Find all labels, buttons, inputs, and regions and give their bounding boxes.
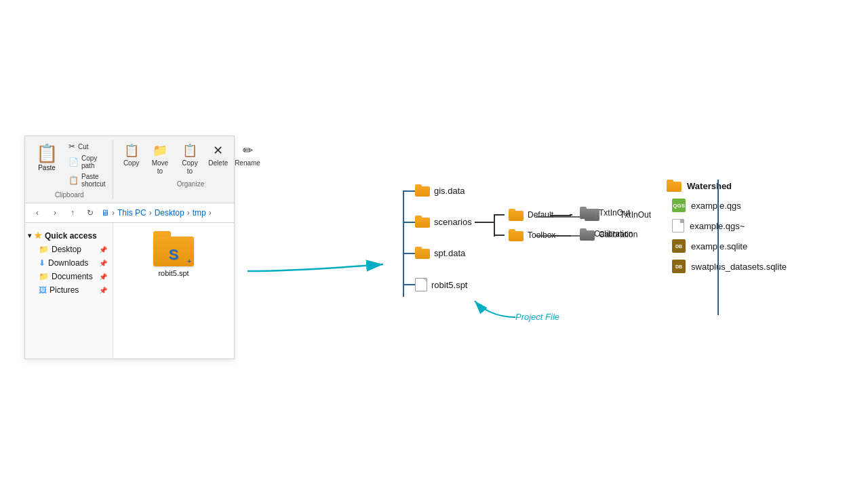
copy-path-button[interactable]: 📄 Copy path bbox=[66, 153, 108, 171]
spt-data-folder[interactable]: spt.data bbox=[393, 247, 465, 259]
gis-data-folder[interactable]: gis.data bbox=[393, 184, 465, 197]
desktop-label: Desktop bbox=[52, 245, 81, 254]
rename-button[interactable]: ✏ Rename bbox=[233, 140, 263, 170]
breadcrumb-desktop[interactable]: Desktop bbox=[155, 208, 184, 218]
spt-data-folder-icon bbox=[415, 247, 430, 259]
copy-to-button[interactable]: 📋 Copy to bbox=[176, 140, 204, 178]
h-connector-spt bbox=[403, 253, 416, 254]
swatplus-sqlite-icon: DB bbox=[672, 260, 686, 273]
pin-icon-dl: 📌 bbox=[99, 260, 107, 267]
toolbar: 📋 Paste ✂ Cut 📄 Copy path 📋 Paste shortc… bbox=[25, 136, 234, 203]
example-qgs-item[interactable]: QGS example.qgs bbox=[667, 199, 787, 212]
txtinout-h-line bbox=[570, 214, 572, 216]
sidebar-item-pictures[interactable]: 🖼 Pictures 📌 bbox=[25, 283, 113, 297]
right-panel: Watershed QGS example.qgs example.qgs~ D… bbox=[667, 180, 787, 280]
copy-path-icon: 📄 bbox=[68, 157, 79, 167]
qgs-icon: QGS bbox=[672, 199, 686, 212]
sidebar-item-documents[interactable]: 📁 Documents 📌 bbox=[25, 270, 113, 283]
sidebar: ▾ ★ Quick access 📁 Desktop 📌 ⬇ Downloads… bbox=[25, 223, 113, 359]
quick-access-header[interactable]: ▾ ★ Quick access bbox=[25, 228, 113, 243]
paste-icon: 📋 bbox=[36, 143, 58, 164]
downloads-icon: ⬇ bbox=[39, 258, 45, 268]
example-sqlite-item[interactable]: DB example.sqlite bbox=[667, 239, 787, 253]
breadcrumb-sep3: › bbox=[187, 208, 190, 218]
gis-data-label: gis.data bbox=[434, 186, 465, 196]
calibration-folder-icon bbox=[580, 228, 595, 241]
paste-shortcut-button[interactable]: 📋 Paste shortcut bbox=[66, 171, 108, 189]
paste-button[interactable]: 📋 Paste bbox=[31, 140, 63, 174]
pin-icon: 📌 bbox=[99, 246, 107, 253]
gis-folder-icon bbox=[415, 184, 430, 197]
paste-shortcut-label: Paste shortcut bbox=[81, 173, 106, 188]
swatplus-sqlite-item[interactable]: DB swatplus_datasets.sqlite bbox=[667, 260, 787, 273]
example-qgs-tilde-item[interactable]: example.qgs~ bbox=[667, 219, 787, 232]
robit5-spt-diagram: robit5.spt bbox=[393, 278, 467, 291]
swat-folder-icon: S + bbox=[153, 231, 194, 266]
copy-button[interactable]: 📋 Copy bbox=[119, 140, 144, 170]
organize-label: Organize bbox=[119, 180, 263, 188]
explorer-panel: 📋 Paste ✂ Cut 📄 Copy path 📋 Paste shortc… bbox=[24, 136, 235, 359]
default-folder-icon bbox=[509, 209, 524, 221]
toolbox-folder[interactable]: Toolbox bbox=[494, 229, 555, 241]
pictures-icon: 🖼 bbox=[39, 285, 47, 295]
breadcrumb-sep2: › bbox=[149, 208, 152, 218]
watershed-folder-item[interactable]: Watershed bbox=[667, 180, 787, 192]
scenarios-h-line bbox=[475, 222, 495, 223]
delete-icon: ✕ bbox=[213, 143, 223, 158]
calibration-item: Calibration bbox=[580, 228, 637, 241]
project-file-label: Project File bbox=[515, 312, 559, 322]
breadcrumb-this-pc[interactable]: This PC bbox=[117, 208, 146, 218]
desktop-folder-icon: 📁 bbox=[39, 245, 49, 254]
forward-button[interactable]: › bbox=[48, 206, 62, 220]
txtinout-text: TxtInOut bbox=[599, 208, 630, 218]
clipboard-label: Clipboard bbox=[31, 191, 108, 199]
swatplus-sqlite-label: swatplus_datasets.sqlite bbox=[691, 262, 787, 272]
breadcrumb-tmp[interactable]: tmp bbox=[193, 208, 206, 218]
scenarios-label: scenarios bbox=[434, 217, 472, 227]
up-button[interactable]: ↑ bbox=[66, 206, 79, 220]
star-icon: ★ bbox=[34, 230, 42, 241]
breadcrumb: 🖥 › This PC › Desktop › tmp › bbox=[101, 208, 229, 218]
sqlite-icon: DB bbox=[672, 239, 686, 253]
sidebar-item-downloads[interactable]: ⬇ Downloads 📌 bbox=[25, 256, 113, 270]
downloads-label: Downloads bbox=[48, 258, 88, 268]
right-panel-separator bbox=[717, 180, 719, 315]
sidebar-item-desktop[interactable]: 📁 Desktop 📌 bbox=[25, 243, 113, 256]
txtinout-icon-area: TxtInOut Calibration bbox=[580, 207, 637, 241]
copy-icon: 📋 bbox=[124, 143, 139, 158]
refresh-button[interactable]: ↻ bbox=[83, 206, 97, 220]
robit5-spt-label: robit5.spt bbox=[431, 280, 467, 290]
delete-button[interactable]: ✕ Delete bbox=[205, 140, 231, 170]
cut-button[interactable]: ✂ Cut bbox=[66, 140, 108, 152]
watershed-folder-icon bbox=[667, 180, 682, 192]
robit5-file-icon bbox=[415, 278, 427, 291]
paste-label: Paste bbox=[38, 164, 56, 171]
scenarios-folder[interactable]: scenarios bbox=[393, 216, 472, 228]
toolbox-folder-icon bbox=[509, 229, 524, 241]
default-folder[interactable]: Default bbox=[494, 209, 553, 221]
default-txtinout-line bbox=[551, 215, 571, 216]
move-icon: 📁 bbox=[153, 143, 167, 158]
pin-icon-docs: 📌 bbox=[99, 273, 107, 281]
breadcrumb-sep4: › bbox=[209, 208, 212, 218]
robit5-spt-file[interactable]: S + robit5.spt bbox=[151, 228, 197, 280]
move-to-button[interactable]: 📁 Move to bbox=[146, 140, 175, 178]
cut-icon: ✂ bbox=[68, 142, 75, 151]
rename-icon: ✏ bbox=[243, 143, 253, 158]
back-button[interactable]: ‹ bbox=[31, 206, 44, 220]
breadcrumb-computer-icon: 🖥 bbox=[101, 208, 109, 218]
example-qgs-label: example.qgs bbox=[691, 201, 741, 211]
documents-icon: 📁 bbox=[39, 272, 49, 281]
scenarios-folder-icon bbox=[415, 216, 430, 228]
project-file-text: Project File bbox=[515, 312, 559, 322]
txtinout-folder-icon2 bbox=[580, 207, 595, 219]
rename-label: Rename bbox=[235, 159, 260, 167]
toolbox-calibration-line bbox=[551, 235, 571, 237]
paste-shortcut-icon: 📋 bbox=[68, 176, 79, 185]
pin-icon-pics: 📌 bbox=[99, 287, 107, 294]
breadcrumb-sep1: › bbox=[112, 208, 115, 218]
main-content: S + robit5.spt bbox=[113, 223, 234, 359]
address-bar: ‹ › ↑ ↻ 🖥 › This PC › Desktop › tmp › bbox=[25, 203, 234, 223]
toolbox-h-line bbox=[494, 235, 505, 236]
copy-to-icon: 📋 bbox=[182, 143, 197, 158]
